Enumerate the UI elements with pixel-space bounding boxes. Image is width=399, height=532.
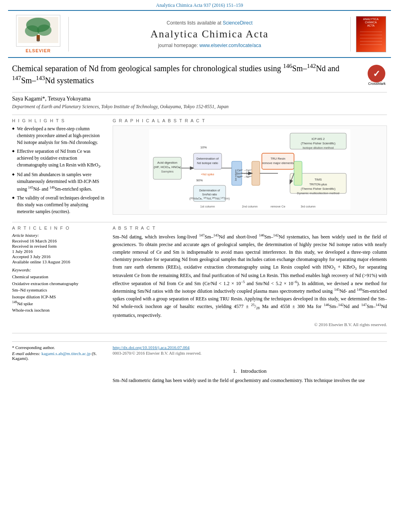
article-title: Chemical separation of Nd from geologica… xyxy=(12,62,367,86)
svg-text:remove major elements: remove major elements xyxy=(262,161,294,165)
footer-left: * Corresponding author. E-mail address: … xyxy=(12,345,105,362)
highlights-graphical-section: H I G H L I G H T S We developed a new t… xyxy=(12,118,387,217)
svg-text:ICP-MS 2: ICP-MS 2 xyxy=(312,137,325,141)
svg-text:(HF, HClO₄, HNO₃): (HF, HClO₄, HNO₃) xyxy=(154,165,181,169)
graphical-abstract-svg: Acid digestion (HF, HClO₄, HNO₃) Samples… xyxy=(116,129,383,210)
svg-text:1st column: 1st column xyxy=(234,170,237,181)
copyright-line: © 2016 Elsevier B.V. All rights reserved… xyxy=(113,321,387,328)
svg-rect-50 xyxy=(252,161,260,185)
svg-text:TRITON-plus: TRITON-plus xyxy=(309,183,327,186)
crossmark-logo[interactable]: ✓ CrossMark CrossMark xyxy=(367,64,387,84)
footer-copyright: 0003-2670/© 2016 Elsevier B.V. All right… xyxy=(113,351,387,355)
abstract-col: A B S T R A C T Sm–Nd dating, which invo… xyxy=(113,226,387,328)
svg-text:Sm⁴⁺→Sm⁴⁺: Sm⁴⁺→Sm⁴⁺ xyxy=(237,172,253,175)
keywords-section: Keywords: Chemical separation Oxidative … xyxy=(12,267,105,314)
svg-text:(Thermo Fisher Scientific): (Thermo Fisher Scientific) xyxy=(301,142,335,145)
introduction-section: 1. Introduction Sm–Nd radiometric dating… xyxy=(12,368,387,384)
section-divider-2 xyxy=(12,222,387,222)
svg-text:Ce⁴⁺→Ce⁴⁺: Ce⁴⁺→Ce⁴⁺ xyxy=(237,169,252,172)
email-link[interactable]: kagami.s.ab@m.titech.ac.jp xyxy=(41,351,90,356)
svg-text:Sm/Nd ratio: Sm/Nd ratio xyxy=(202,193,217,196)
journal-title: Analytica Chimica Acta xyxy=(77,28,342,40)
corresponding-note: * Corresponding author. xyxy=(12,345,105,350)
intro-right-content: 1. Introduction Sm–Nd radiometric dating… xyxy=(113,368,387,384)
crossmark-label: CrossMark xyxy=(367,82,387,86)
article-title-section: Chemical separation of Nd from geologica… xyxy=(12,62,387,89)
highlight-item-4: The validity of overall techniques devel… xyxy=(12,195,105,215)
article-footer: * Corresponding author. E-mail address: … xyxy=(12,341,387,362)
homepage-line: journal homepage: www.elsevier.com/locat… xyxy=(77,43,342,48)
highlight-item-3: Nd and Sm abundances in samples were sim… xyxy=(12,171,105,192)
highlights-header: H I G H L I G H T S xyxy=(12,118,105,123)
article-info-col: A R T I C L E I N F O Article history: R… xyxy=(12,226,105,328)
citation-text: Analytica Chimica Acta 937 (2016) 151–15… xyxy=(156,2,243,8)
received-date: Received 16 March 2016 xyxy=(12,238,105,243)
svg-text:10%: 10% xyxy=(200,146,207,149)
keywords-label: Keywords: xyxy=(12,267,105,272)
journal-citation: Analytica Chimica Acta 937 (2016) 151–15… xyxy=(0,0,399,10)
received-revised-date: 1 July 2016 xyxy=(12,249,105,254)
affiliation-line: Department of Earth and Planetary Scienc… xyxy=(12,104,387,110)
graphical-abstract-box: Acid digestion (HF, HClO₄, HNO₃) Samples… xyxy=(113,125,387,215)
footer-divider xyxy=(12,333,387,333)
svg-point-3 xyxy=(37,25,51,36)
journal-header: ELSEVIER Contents lists available at Sci… xyxy=(8,10,391,58)
intro-left-spacer xyxy=(12,368,105,384)
article-info-abstract-section: A R T I C L E I N F O Article history: R… xyxy=(12,226,387,328)
svg-point-5 xyxy=(37,39,40,42)
article-history-label: Article history: xyxy=(12,233,105,238)
svg-text:(PNd₂O₃, ¹⁴⁵Nd,¹⁴⁶Nd,¹⁴⁷Sm): (PNd₂O₃, ¹⁴⁵Nd,¹⁴⁶Nd,¹⁴⁷Sm) xyxy=(189,197,230,200)
svg-text:(Thermo Fisher Scientific): (Thermo Fisher Scientific) xyxy=(301,187,335,191)
svg-text:+Nd spike: +Nd spike xyxy=(201,173,214,176)
elsevier-tree-svg xyxy=(18,17,58,43)
svg-text:remove Ce: remove Ce xyxy=(271,205,286,208)
email-line: E-mail address: kagami.s.ab@m.titech.ac.… xyxy=(12,351,105,361)
journal-logo-box: ANALYTICACHIMICAACTA xyxy=(356,16,386,52)
keywords-list: Chemical separation Oxidative extraction… xyxy=(12,273,105,314)
svg-text:2nd column: 2nd column xyxy=(242,205,258,208)
svg-text:Samples: Samples xyxy=(161,170,173,173)
svg-text:TRU Resin: TRU Resin xyxy=(271,157,286,160)
svg-text:90%: 90% xyxy=(196,179,203,182)
homepage-link[interactable]: www.elsevier.com/locate/aca xyxy=(200,43,261,48)
svg-text:Determination of: Determination of xyxy=(196,157,219,160)
svg-text:Acid digestion: Acid digestion xyxy=(157,161,177,164)
footer-columns: * Corresponding author. E-mail address: … xyxy=(12,345,387,362)
elsevier-wordmark: ELSEVIER xyxy=(26,48,51,53)
highlights-list: We developed a new three-step column che… xyxy=(12,125,105,215)
doi-link[interactable]: http://dx.doi.org/10.1016/j.aca.2016.07.… xyxy=(113,345,189,350)
svg-rect-6 xyxy=(358,28,384,50)
article-container: Chemical separation of Nd from geologica… xyxy=(12,62,387,384)
journal-center-info: Contents lists available at ScienceDirec… xyxy=(68,17,351,51)
crossmark-icon: ✓ CrossMark xyxy=(367,64,386,83)
affiliation-divider xyxy=(12,115,387,115)
svg-text:Nd isotope ratio: Nd isotope ratio xyxy=(197,161,218,165)
accepted-date: Accepted 3 July 2016 xyxy=(12,254,105,259)
elsevier-logo-area: ELSEVIER xyxy=(8,15,68,53)
sciencedirect-link[interactable]: ScienceDirect xyxy=(223,20,253,26)
highlight-item-2: Effective separation of Nd from Ce was a… xyxy=(12,148,105,169)
abstract-text: Sm–Nd dating, which involves long-lived … xyxy=(113,233,387,328)
svg-text:Dynamic multicollection method: Dynamic multicollection method xyxy=(297,191,339,195)
received-revised-label: Received in revised form xyxy=(12,244,105,249)
intro-heading: 1. Introduction xyxy=(113,368,387,374)
highlight-item-1: We developed a new three-step column che… xyxy=(12,125,105,146)
svg-text:✓: ✓ xyxy=(373,69,380,79)
title-divider xyxy=(12,92,387,92)
svg-text:1st column: 1st column xyxy=(200,205,215,208)
svg-text:TIMS: TIMS xyxy=(315,178,322,181)
abstract-header: A B S T R A C T xyxy=(113,226,387,230)
highlights-col: H I G H L I G H T S We developed a new t… xyxy=(12,118,105,217)
footer-right: http://dx.doi.org/10.1016/j.aca.2016.07.… xyxy=(113,345,387,362)
graphical-abstract-header: G R A P H I C A L A B S T R A C T xyxy=(113,118,387,123)
elsevier-logo-box xyxy=(16,15,60,47)
article-info-header: A R T I C L E I N F O xyxy=(12,226,105,230)
contents-line: Contents lists available at ScienceDirec… xyxy=(77,20,342,26)
svg-text:3rd column: 3rd column xyxy=(300,205,315,208)
svg-text:Determination of: Determination of xyxy=(199,189,220,192)
svg-rect-51 xyxy=(294,161,302,185)
authors-line: Saya Kagami*, Tetsuya Yokoyama xyxy=(12,96,387,102)
available-date: Available online 13 August 2016 xyxy=(12,259,105,264)
journal-logo-text: ANALYTICACHIMICAACTA xyxy=(363,18,378,28)
intro-text: Sm–Nd radiometric dating has been widely… xyxy=(113,377,387,384)
